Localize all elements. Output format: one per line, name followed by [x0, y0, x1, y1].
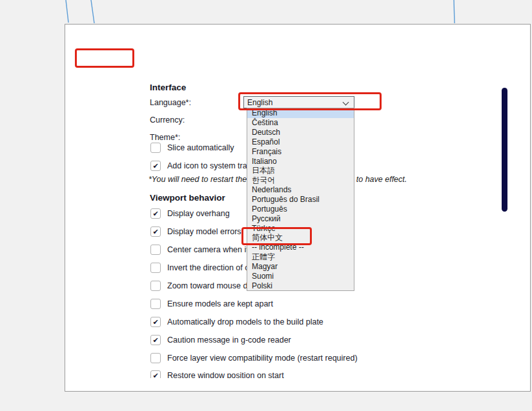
- dropdown-option-russian[interactable]: Русский: [247, 214, 354, 223]
- dropdown-option-simplified-chinese[interactable]: 简体中文: [247, 233, 354, 243]
- screen: Preferences General Settings Printers Ma…: [0, 0, 532, 411]
- dropdown-option-incomplete-separator: -- incomplete --: [247, 243, 354, 252]
- dropdown-option-traditional-chinese[interactable]: 正體字: [247, 252, 354, 262]
- checkbox-row-system-tray[interactable]: ✔ Add icon to system tray *: [150, 160, 256, 172]
- dropdown-option-cestina[interactable]: Čeština: [247, 118, 354, 128]
- checkbox[interactable]: [150, 281, 161, 291]
- checkbox-label: Display overhang: [167, 209, 230, 218]
- checkbox-row-slice-automatically[interactable]: Slice automatically: [150, 142, 234, 154]
- checkbox-label: Display model errors: [167, 227, 241, 236]
- checkmark-icon: ✔: [152, 337, 158, 344]
- checkbox-row-layer-compatibility[interactable]: Force layer view compatibility mode (res…: [150, 352, 358, 364]
- clipped-row-wrapper: ✔ Restore window position on start: [0, 370, 532, 378]
- chevron-down-icon: [343, 99, 349, 106]
- checkbox-label: Add icon to system tray *: [167, 161, 256, 170]
- checkbox-label: Caution message in g-code reader: [167, 336, 291, 345]
- dropdown-option-japanese[interactable]: 日本語: [247, 166, 354, 175]
- checkbox[interactable]: [150, 143, 161, 153]
- checkbox-label: Ensure models are kept apart: [167, 299, 273, 308]
- dropdown-option-italiano[interactable]: Italiano: [247, 156, 354, 166]
- checkbox[interactable]: [150, 299, 161, 309]
- checkbox-row-drop-models[interactable]: ✔ Automatically drop models to the build…: [150, 316, 323, 328]
- dropdown-option-portugues[interactable]: Português: [247, 204, 354, 214]
- checkbox-label: Restore window position on start: [167, 371, 284, 378]
- checkbox[interactable]: ✔: [150, 208, 161, 219]
- dropdown-option-suomi[interactable]: Suomi: [247, 271, 354, 281]
- interface-section-heading: Interface: [150, 83, 186, 92]
- checkmark-icon: ✔: [152, 210, 158, 217]
- dropdown-option-korean[interactable]: 한국어: [247, 175, 354, 185]
- checkbox[interactable]: ✔: [150, 161, 161, 171]
- language-label: Language*:: [150, 97, 191, 108]
- dropdown-option-nederlands[interactable]: Nederlands: [247, 185, 354, 195]
- checkbox[interactable]: [150, 263, 161, 273]
- checkmark-icon: ✔: [152, 228, 158, 236]
- checkbox[interactable]: [150, 353, 161, 363]
- checkmark-icon: ✔: [152, 372, 158, 379]
- checkbox-label: Slice automatically: [167, 143, 234, 152]
- checkbox-row-display-overhang[interactable]: ✔ Display overhang: [150, 208, 230, 219]
- language-combobox[interactable]: English: [243, 96, 354, 108]
- dropdown-option-english[interactable]: English: [247, 108, 354, 118]
- checkbox-row-model-errors[interactable]: ✔ Display model errors: [150, 226, 241, 237]
- dropdown-option-turkce[interactable]: Türkçe: [247, 223, 354, 233]
- checkmark-icon: ✔: [152, 319, 158, 326]
- dropdown-option-polski[interactable]: Polski: [247, 281, 354, 290]
- dropdown-option-francais[interactable]: Français: [247, 146, 354, 156]
- scrollbar-thumb[interactable]: [502, 88, 507, 212]
- dropdown-option-pt-brasil[interactable]: Português do Brasil: [247, 195, 354, 205]
- dropdown-option-magyar[interactable]: Magyar: [247, 262, 354, 272]
- checkbox[interactable]: ✔: [150, 226, 161, 237]
- checkbox[interactable]: ✔: [150, 370, 161, 378]
- checkbox-label: Automatically drop models to the build p…: [167, 317, 323, 326]
- viewport-section-heading: Viewport behavior: [150, 193, 225, 203]
- checkbox-row-gcode-caution[interactable]: ✔ Caution message in g-code reader: [150, 334, 291, 346]
- language-combobox-value: English: [244, 98, 272, 107]
- checkbox[interactable]: ✔: [150, 335, 161, 345]
- background-grid-lines: [0, 0, 532, 26]
- checkbox-row-keep-apart[interactable]: Ensure models are kept apart: [150, 298, 273, 310]
- checkmark-icon: ✔: [152, 163, 158, 170]
- checkbox-label: Force layer view compatibility mode (res…: [167, 354, 358, 363]
- checkbox-row-restore-window-position[interactable]: ✔ Restore window position on start: [150, 370, 284, 378]
- language-dropdown-popup: English Čeština Deutsch Español Français…: [247, 108, 354, 291]
- checkbox[interactable]: [150, 245, 161, 255]
- dropdown-option-espanol[interactable]: Español: [247, 137, 354, 147]
- currency-label: Currency:: [150, 114, 185, 126]
- dropdown-option-deutsch[interactable]: Deutsch: [247, 128, 354, 137]
- checkbox[interactable]: ✔: [150, 317, 161, 327]
